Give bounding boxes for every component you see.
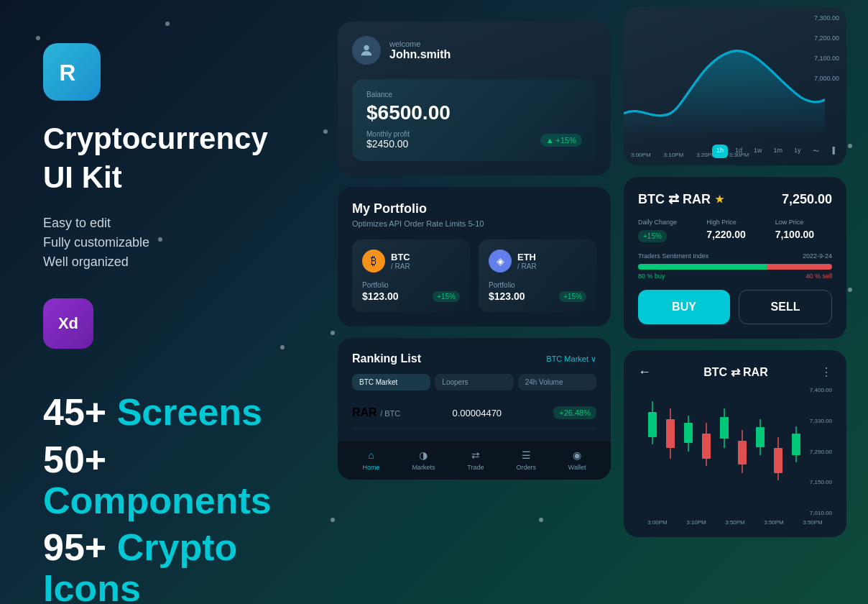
eth-amount: $123.00 <box>489 290 525 302</box>
icons-number: 95+ <box>43 526 106 568</box>
svg-rect-15 <box>756 427 765 447</box>
back-arrow-icon[interactable]: ← <box>638 365 651 380</box>
candle-title: BTC ⇄ RAR <box>703 365 767 379</box>
line-chart-svg <box>624 36 825 137</box>
balance-label: Balance <box>366 91 582 99</box>
tab-1y[interactable]: 1y <box>790 145 805 158</box>
main-title-line1: Cryptocurrency <box>43 122 345 155</box>
tab-1w[interactable]: 1w <box>749 145 767 158</box>
balance-section: Balance $6500.00 Monthly profit $2450.00… <box>352 79 596 161</box>
ranking-row: RAR / BTC 0.00004470 +26.48% <box>352 398 596 429</box>
portfolio-item-eth: ◈ ETH / RAR Portfolio $123.00 +15% <box>479 239 596 312</box>
decorative-dot <box>539 518 543 522</box>
portfolio-title: My Portfolio <box>352 201 596 216</box>
decorative-dot <box>848 288 852 292</box>
btc-port-row: $123.00 +15% <box>362 290 460 302</box>
tab-bar[interactable]: ▐ <box>826 145 839 158</box>
stat-components: 50+ Components <box>43 439 345 521</box>
btc-market-link[interactable]: BTC Market ∨ <box>546 354 596 364</box>
stat-screens: 45+ Screens <box>43 392 345 433</box>
user-name: John.smith <box>389 48 451 61</box>
low-price-label: Low Price <box>775 219 832 226</box>
trade-detail-card: BTC ⇄ RAR ★ 7,250.00 Daily Change +15% H… <box>624 177 846 339</box>
ct-4: 3:50PM <box>764 519 784 526</box>
svg-point-1 <box>364 45 369 50</box>
eth-pair: / RAR <box>517 262 537 270</box>
candle-time-labels: 3:00PM 3:10PM 3:50PM 3:50PM 3:50PM <box>638 519 832 526</box>
nav-markets-label: Markets <box>412 464 435 471</box>
btc-change: +15% <box>433 291 460 302</box>
trade-stats: Daily Change +15% High Price 7,220.00 Lo… <box>638 219 832 242</box>
tab-line[interactable]: 〜 <box>808 145 823 158</box>
ranking-columns: BTC Market Loopers 24h Volume <box>352 374 596 390</box>
low-price-stat: Low Price 7,100.00 <box>775 219 832 242</box>
trade-pair: BTC ⇄ RAR ★ 7,250.00 <box>638 191 832 207</box>
xd-label: Xd <box>58 314 78 333</box>
rank-change: +26.48% <box>553 406 596 419</box>
sell-pct: 40 % sell <box>805 273 832 280</box>
coin-header-btc: ₿ BTC / RAR <box>362 250 460 273</box>
nav-markets[interactable]: ◑ Markets <box>412 449 435 471</box>
buy-button[interactable]: BUY <box>638 290 730 324</box>
portfolio-item-btc: ₿ BTC / RAR Portfolio $123.00 +15% <box>352 239 470 312</box>
ranking-title: Ranking List <box>352 352 421 365</box>
nav-wallet[interactable]: ◉ Wallet <box>568 449 586 471</box>
portfolio-subtitle: Optimizes API Order Rate Limits 5-10 <box>352 219 596 228</box>
welcome-text: welcome <box>389 40 451 48</box>
ct-2: 3:10PM <box>686 519 706 526</box>
user-header: welcome John.smith <box>352 36 596 65</box>
cy-3: 7,290.00 <box>810 449 832 455</box>
nav-trade-label: Trade <box>467 464 484 471</box>
screens-label: Screens <box>117 391 262 433</box>
low-price-value: 7,100.00 <box>775 229 832 240</box>
ranking-header: Ranking List BTC Market ∨ <box>352 352 596 365</box>
rank-base: / BTC <box>380 409 400 418</box>
sell-button[interactable]: SELL <box>739 290 832 324</box>
buy-pct: 80 % buy <box>638 273 665 280</box>
chevron-down-icon: ∨ <box>591 354 596 364</box>
svg-text:R: R <box>59 59 75 85</box>
decorative-dot <box>848 144 852 148</box>
tab-1h[interactable]: 1h <box>712 145 728 158</box>
components-number: 50+ <box>43 439 106 480</box>
profit-amount: $2450.00 <box>366 138 410 150</box>
high-price-value: 7,220.00 <box>706 229 763 240</box>
pair-name: BTC ⇄ RAR ★ <box>638 191 724 207</box>
rank-col-btc: BTC Market <box>352 374 430 390</box>
nav-orders-label: Orders <box>516 464 536 471</box>
sentiment-bar <box>638 264 832 270</box>
right-section: 7,300.00 7,200.00 7,100.00 7,000.00 3:00… <box>624 7 846 537</box>
coin-info-eth: ETH / RAR <box>517 252 537 270</box>
nav-trade[interactable]: ⇄ Trade <box>467 449 484 471</box>
decorative-dot <box>36 36 40 40</box>
portfolio-items: ₿ BTC / RAR Portfolio $123.00 +15% ◈ ETH <box>352 239 596 312</box>
rank-symbol: RAR <box>352 406 377 418</box>
sentiment-values: 80 % buy 40 % sell <box>638 273 832 280</box>
svg-rect-11 <box>720 417 729 439</box>
stats-section: 45+ Screens 50+ Components 95+ Crypto Ic… <box>43 392 345 604</box>
svg-rect-5 <box>666 419 675 448</box>
candle-y-labels: 7,400.00 7,330.00 7,290.00 7,150.00 7,01… <box>810 387 832 516</box>
profit-label: Monthly profit <box>366 130 410 138</box>
star-icon: ★ <box>715 193 724 205</box>
nav-home[interactable]: ⌂ Home <box>362 449 379 471</box>
tab-1d[interactable]: 1d <box>731 145 747 158</box>
stat-icons: 95+ Crypto Icons <box>43 527 345 604</box>
tab-1m[interactable]: 1m <box>770 145 788 158</box>
nav-orders[interactable]: ☰ Orders <box>516 449 536 471</box>
cy-2: 7,330.00 <box>810 418 832 424</box>
sentiment-section: Traders Sentiment Index 2022-9-24 80 % b… <box>638 252 832 280</box>
time-tabs: 1h 1d 1w 1m 1y 〜 ▐ <box>712 145 839 158</box>
rank-coin-info: RAR / BTC <box>352 406 400 419</box>
trade-icon: ⇄ <box>471 449 480 461</box>
xd-icon: Xd <box>43 298 93 349</box>
coin-header-eth: ◈ ETH / RAR <box>489 250 586 273</box>
user-icon <box>359 42 374 58</box>
arrow-up-icon: ▲ <box>546 136 554 145</box>
high-price-label: High Price <box>706 219 763 226</box>
screens-number: 45+ <box>43 391 106 433</box>
markets-icon: ◑ <box>419 449 428 461</box>
daily-change-label: Daily Change <box>638 219 695 226</box>
more-options-icon[interactable]: ⋮ <box>821 365 832 379</box>
features-list: Easy to edit Fully customizable Well org… <box>43 216 345 270</box>
